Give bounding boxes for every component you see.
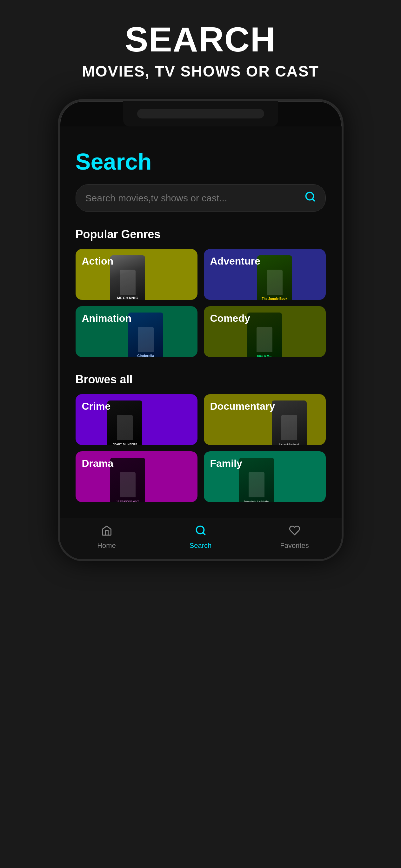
phone-frame: Search Popular Genres Action	[58, 99, 343, 561]
nav-label-favorites: Favorites	[280, 541, 309, 550]
person-silhouette	[138, 327, 154, 352]
notch-bar	[137, 109, 264, 119]
main-title: SEARCH	[13, 19, 388, 59]
genre-poster-action	[110, 255, 145, 300]
genre-label-comedy: Comedy	[210, 312, 250, 324]
volume-up-button	[58, 180, 58, 206]
genre-label-drama: Drama	[82, 458, 114, 469]
genre-label-adventure: Adventure	[210, 255, 260, 267]
home-icon	[101, 525, 113, 539]
phone-notch	[123, 101, 278, 126]
person-silhouette	[249, 472, 265, 497]
power-button	[343, 199, 343, 238]
genre-poster-documentary	[272, 401, 307, 445]
nav-item-search[interactable]: Search	[154, 525, 248, 550]
person-silhouette	[120, 270, 135, 295]
search-bar[interactable]	[75, 184, 326, 212]
nav-label-home: Home	[97, 541, 116, 550]
genre-poster-comedy	[247, 312, 282, 357]
genre-card-crime[interactable]: Crime	[75, 394, 197, 445]
screen-content: Search Popular Genres Action	[60, 126, 342, 502]
person-silhouette	[120, 472, 135, 497]
genre-poster-drama	[110, 458, 145, 502]
genre-card-comedy[interactable]: Comedy	[204, 306, 326, 357]
top-header: SEARCH MOVIES, TV SHOWS OR CAST	[0, 0, 401, 93]
genre-label-action: Action	[82, 255, 114, 267]
nav-item-favorites[interactable]: Favorites	[248, 525, 342, 550]
browse-all-grid: Crime Documentary Drama	[75, 394, 326, 502]
genre-card-action[interactable]: Action	[75, 249, 197, 300]
person-silhouette	[256, 327, 272, 352]
page-title: Search	[75, 149, 326, 175]
search-input[interactable]	[85, 193, 305, 204]
person-silhouette	[281, 415, 297, 440]
sub-title: MOVIES, TV SHOWS OR CAST	[13, 63, 388, 80]
genre-label-family: Family	[210, 458, 242, 469]
svg-line-1	[312, 199, 314, 201]
nav-label-search: Search	[189, 541, 212, 550]
genre-poster-animation	[128, 312, 163, 357]
genre-poster-adventure	[257, 255, 292, 300]
genre-card-documentary[interactable]: Documentary	[204, 394, 326, 445]
genre-card-animation[interactable]: Animation	[75, 306, 197, 357]
bottom-nav: Home Search Favorites	[60, 518, 342, 559]
genre-poster-crime	[107, 401, 142, 445]
svg-line-3	[203, 533, 205, 535]
nav-item-home[interactable]: Home	[60, 525, 154, 550]
popular-genres-grid: Action Adventure Animation	[75, 249, 326, 357]
genre-card-adventure[interactable]: Adventure	[204, 249, 326, 300]
genre-poster-family	[239, 458, 274, 502]
person-silhouette	[117, 415, 133, 440]
search-icon	[305, 191, 316, 205]
phone-screen: Search Popular Genres Action	[60, 126, 342, 559]
popular-genres-heading: Popular Genres	[75, 228, 326, 241]
genre-label-animation: Animation	[82, 312, 131, 324]
browse-all-heading: Browes all	[75, 373, 326, 386]
genre-label-crime: Crime	[82, 401, 111, 412]
genre-card-drama[interactable]: Drama	[75, 451, 197, 502]
search-nav-icon	[195, 525, 206, 539]
favorites-icon	[289, 525, 300, 539]
volume-down-button	[58, 215, 58, 241]
genre-label-documentary: Documentary	[210, 401, 275, 412]
genre-card-family[interactable]: Family	[204, 451, 326, 502]
person-silhouette	[267, 270, 283, 295]
